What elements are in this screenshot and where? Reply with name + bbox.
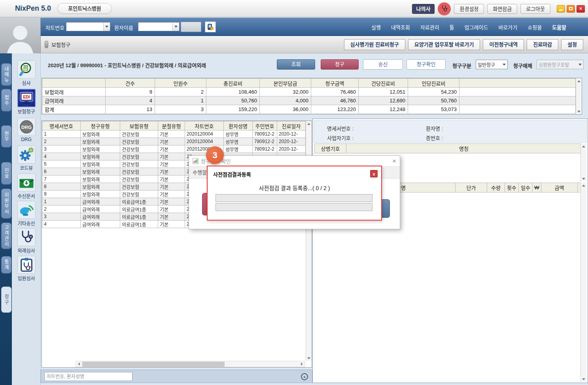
statement-info-box: 명세서번호 : 환자명 : 사업자기호 : 증번호 : [314,120,587,143]
sidebar-tab-mymenu[interactable]: 내메뉴 [1,63,11,86]
summary-vertical-scrollbar[interactable] [576,78,582,114]
grid-col-insurance-type[interactable]: 보험유형 [120,121,158,130]
collapse-up-icon[interactable] [301,373,308,380]
sidebar-tab-crm[interactable]: 고객관리 [1,223,11,249]
progress-bar-1 [216,194,372,202]
table-row[interactable]: 3보험외래건강보험기본2020120004성무명780912-22020-12- [42,145,306,153]
grid-cell: 2020-12- [277,130,306,138]
grid-col-treatment-date[interactable]: 진료일자 [277,121,306,130]
chart-no-input[interactable] [66,23,103,31]
close-icon[interactable]: × [577,5,585,13]
table-row: 합계 13 3 159,220 36,000 123,220 12,248 53… [42,105,576,114]
user-button[interactable]: 나의사 [412,4,435,14]
menu-shortcuts[interactable]: 바로가기 [498,23,517,31]
sidebar-item-codeview[interactable]: 코드뷰 [12,145,41,171]
scroll-down-arrow[interactable] [581,376,586,382]
claim-button[interactable]: 청구 [321,59,359,70]
hira-claim-button[interactable]: 심사평가원 진료비청구 [344,39,405,50]
grid-col-claim-type[interactable]: 청구유형 [81,121,120,130]
sidebar-tab-stats[interactable]: 통계 [1,256,11,274]
table-row[interactable]: 1보험외래건강보험기본2020120004성무명780912-22020-12- [42,130,306,138]
grid-col-split-type[interactable]: 분철유형 [158,121,185,130]
grid-cell: 급여외래 [81,213,120,221]
phone-message-icon [207,23,214,30]
send-button[interactable]: 송신 [363,59,403,70]
table-row: 급여외래 4 1 50,760 4,000 46,760 12,690 50,7… [42,96,576,105]
summary-table: 건수 인원수 총진료비 본인부담금 청구금액 건당진료비 인당진료비 보험외래 … [42,78,582,115]
doctor-profile-icon[interactable] [438,2,451,15]
portal-shortcut-button[interactable]: 요양기관 업무포탈 바로가기 [408,39,480,50]
menu-upgrade[interactable]: 업그레이드 [465,23,488,31]
sidebar-item-received-docs[interactable]: 수신문서 [12,174,41,199]
claim-type-select[interactable]: 일반청구 [476,60,508,69]
sidebar-tab-treatment[interactable]: 진료 [1,162,11,185]
sidebar-item-insurance-claim[interactable]: EDI 보험청구 [12,89,41,115]
cell: 46,760 [311,96,359,105]
settings-button[interactable]: 설정 [561,39,583,50]
screen-lock-button[interactable]: 화면잠금 [487,4,517,14]
menu-history[interactable]: 내역조회 [391,23,410,31]
items-vertical-scrollbar[interactable] [580,183,586,382]
search-input[interactable] [44,372,132,381]
cell: 50,760 [206,96,260,105]
minimize-icon[interactable] [557,5,565,13]
scroll-down-arrow[interactable] [306,355,312,361]
table-row[interactable]: 2보험외래건강보험기본2020120004성무명780912-22020-12- [42,138,306,145]
treatment-close-button[interactable]: 진료마감 [527,39,558,50]
scroll-left-arrow[interactable] [76,361,82,367]
patient-name-input[interactable] [138,23,172,31]
chart-no-dropdown[interactable] [103,23,110,31]
grid-cell: 기본 [158,198,185,206]
close-icon[interactable]: x [370,170,378,177]
grid-horizontal-scrollbar[interactable] [76,361,305,367]
grid-col-patient-name[interactable]: 환자성명 [224,121,253,130]
scroll-down-arrow[interactable] [581,176,586,181]
scrollbar-thumb[interactable] [82,362,225,367]
sidebar-tab-claim[interactable]: 청구 [1,287,11,313]
menu-run[interactable]: 실행 [371,23,381,31]
close-icon[interactable]: × [392,158,396,164]
drg-text: DRG [21,125,32,130]
menu-tools[interactable]: 툴 [450,23,454,31]
section-title: 보험청구 [51,41,70,48]
menu-shop[interactable]: 쇼핑몰 [527,23,542,31]
scroll-up-arrow[interactable] [581,143,586,149]
quick-search-button[interactable] [181,22,201,32]
sidebar-tab-admin[interactable]: 원무 [1,125,11,147]
patient-name-dropdown[interactable] [172,23,179,31]
hospital-name-badge: 포인트닉스병원 [57,3,112,14]
sidebar-item-other-send[interactable]: 기타송신 [12,201,41,226]
menu-help[interactable]: 도움말 [552,23,566,31]
grid-col-statement-no[interactable]: 명세서번호 [42,121,81,130]
scroll-up-arrow[interactable] [306,121,312,126]
grid-cell: 기본 [158,168,185,176]
sidebar-item-inpatient-audit[interactable]: 입원심사 [12,256,41,281]
row-label: 합계 [42,105,106,114]
search-button[interactable]: 조회 [277,59,315,70]
count-col: 횟수 [505,183,519,192]
sidebar-item-outpatient-audit[interactable]: 외래심사 [12,228,41,254]
sidebar-tab-support[interactable]: 지원부서 [1,189,11,219]
sidebar-item-audit[interactable]: 심사 [12,60,41,86]
cell: 54,230 [408,88,459,96]
sidebar-item-drg[interactable]: DRG DRG [12,118,41,142]
menu-data-manage[interactable]: 자료관리 [420,23,439,31]
maximize-icon[interactable] [567,5,575,13]
scroll-down-arrow[interactable] [576,109,582,114]
previous-claims-button[interactable]: 이전청구내역 [483,39,524,50]
diagnosis-vertical-scrollbar[interactable] [580,143,586,181]
scroll-up-arrow[interactable] [576,78,582,84]
scroll-right-arrow[interactable] [299,361,305,367]
claim-confirm-button[interactable]: 청구확인 [406,59,446,70]
grid-col-jumin-no[interactable]: 주민번호 [253,121,277,130]
sms-button[interactable] [205,21,216,32]
sidebar-tab-reception[interactable]: 접수 [1,89,11,111]
cell: 108,460 [206,88,260,96]
logout-button[interactable]: 로그아웃 [520,4,550,14]
grid-header-row: 명세서번호 청구유형 보험유형 분철유형 차트번호 환자성명 주민번호 진료일자 [42,121,306,130]
grid-col-chart-no[interactable]: 차트번호 [185,121,224,130]
cell [459,88,576,96]
scroll-up-arrow[interactable] [581,183,586,188]
grid-cell: 3 [42,213,81,221]
environment-settings-button[interactable]: 환경설정 [454,4,484,14]
